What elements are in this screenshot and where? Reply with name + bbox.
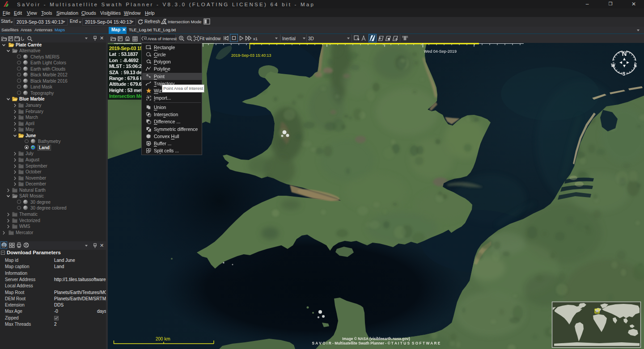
svg-text:Image © NASA (visibleearth.nas: Image © NASA (visibleearth.nasa.gov) <box>342 336 410 341</box>
svg-text:GO: GO <box>2 245 5 248</box>
svg-text:S A V O I R - Multisatellite S: S A V O I R - Multisatellite Swath Plann… <box>312 341 441 345</box>
svg-text:S: S <box>623 71 626 76</box>
svg-text:W: W <box>611 63 615 68</box>
svg-text:Wed 04-Sep-2019: Wed 04-Sep-2019 <box>424 49 457 54</box>
svg-text:2019-Sep-03 15:40:13: 2019-Sep-03 15:40:13 <box>231 53 271 58</box>
svg-text:E: E <box>634 63 637 68</box>
svg-text:200 km: 200 km <box>156 336 170 341</box>
svg-text:N: N <box>622 50 627 57</box>
